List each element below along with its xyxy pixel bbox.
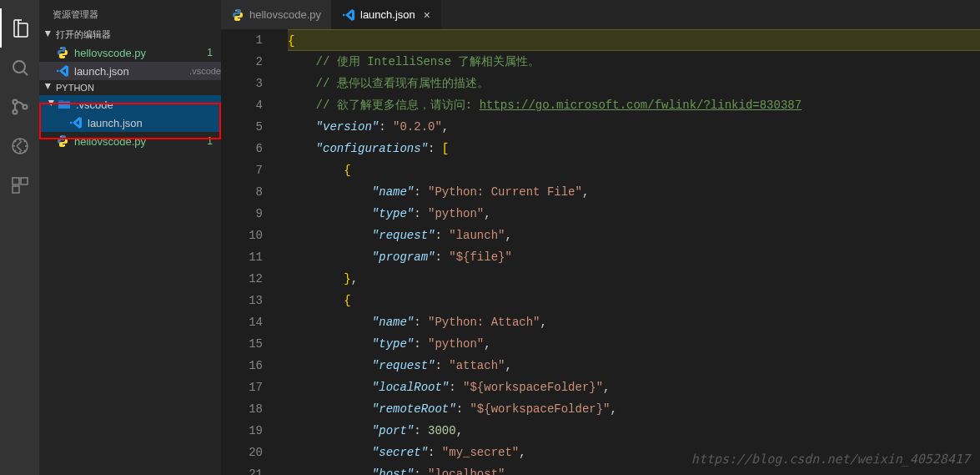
vscode-icon (56, 64, 69, 78)
python-icon (56, 134, 69, 148)
chevron-down-icon: ▶ (44, 31, 53, 39)
file-hellovscode[interactable]: hellovscode.py 1 (39, 132, 221, 150)
python-icon (56, 46, 69, 59)
sidebar-title: 资源管理器 (39, 0, 221, 26)
svg-point-12 (235, 9, 236, 10)
git-icon[interactable] (0, 87, 39, 126)
chevron-down-icon: ▶ (44, 83, 53, 92)
explorer-icon[interactable] (0, 8, 39, 48)
file-launch-json[interactable]: launch.json (39, 114, 221, 132)
svg-point-13 (239, 18, 239, 19)
extensions-icon[interactable] (0, 165, 39, 205)
open-editor-item[interactable]: hellovscode.py 1 (39, 43, 221, 62)
svg-point-9 (63, 57, 64, 58)
open-editor-item[interactable]: launch.json .vscode (39, 62, 221, 80)
debug-icon[interactable] (0, 126, 39, 165)
chevron-down-icon: ▶ (48, 100, 56, 109)
vscode-icon (342, 8, 355, 22)
vscode-icon (69, 116, 83, 129)
open-editors-header[interactable]: ▶ 打开的编辑器 (39, 26, 221, 43)
svg-rect-6 (21, 178, 28, 184)
python-icon (231, 8, 244, 22)
tab-launch-json[interactable]: launch.json × (332, 0, 441, 29)
project-header[interactable]: ▶ PYTHON (39, 80, 221, 95)
code-content[interactable]: { // 使用 IntelliSense 了解相关属性。 // 悬停以查看现有属… (279, 29, 980, 475)
search-icon[interactable] (0, 48, 39, 87)
svg-point-2 (13, 109, 17, 114)
svg-point-8 (60, 48, 61, 48)
svg-point-0 (13, 61, 25, 73)
folder-vscode[interactable]: ▶ .vscode (39, 95, 221, 114)
svg-rect-5 (13, 178, 19, 184)
svg-rect-7 (13, 186, 19, 193)
tab-hellovscode[interactable]: hellovscode.py (221, 0, 332, 29)
activity-bar (0, 0, 39, 475)
editor-group: hellovscode.py launch.json × 1 2 3 4 5 6… (221, 0, 980, 475)
svg-point-1 (13, 99, 17, 104)
folder-icon (58, 98, 71, 111)
svg-point-10 (60, 136, 61, 137)
line-numbers: 1 2 3 4 5 6 7 8 9 10 11 12 13 14 15 16 1… (221, 29, 279, 475)
close-icon[interactable]: × (424, 8, 430, 22)
explorer-sidebar: 资源管理器 ▶ 打开的编辑器 hellovscode.py 1 launch.j… (39, 0, 221, 475)
tab-bar: hellovscode.py launch.json × (221, 0, 980, 29)
svg-point-11 (63, 145, 64, 146)
code-editor[interactable]: 1 2 3 4 5 6 7 8 9 10 11 12 13 14 15 16 1… (221, 29, 980, 475)
